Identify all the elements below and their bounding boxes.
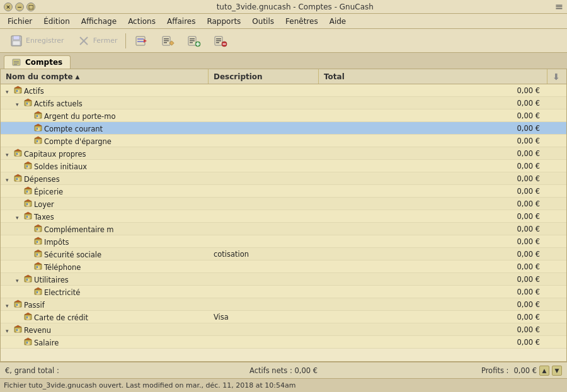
window-menu-icon[interactable]: ≡ — [555, 1, 563, 13]
collapse-icon[interactable]: ▾ — [6, 328, 12, 334]
account-description — [209, 203, 319, 204]
account-icon — [33, 135, 42, 144]
minimize-button[interactable]: − — [15, 3, 24, 11]
table-row[interactable]: ▾ Utilitaires0,00 € — [1, 273, 566, 286]
svg-rect-90 — [37, 266, 38, 268]
menubar: FichierÉditionAffichageActionsAffairesRa… — [0, 14, 567, 29]
close-button[interactable]: × — [4, 3, 13, 11]
svg-marker-92 — [25, 275, 32, 277]
account-description — [209, 216, 319, 217]
collapse-icon[interactable]: ▾ — [16, 215, 22, 221]
maximize-button[interactable]: □ — [26, 3, 35, 11]
statusbar: €, grand total : Actifs nets : 0,00 € Pr… — [0, 362, 567, 378]
row-action — [547, 115, 566, 116]
table-row[interactable]: Complémentaire m0,00 € — [1, 223, 566, 235]
table-row[interactable]: ▾ Passif0,00 € — [1, 298, 566, 311]
open-account-button[interactable] — [129, 31, 154, 50]
menu-item-édition[interactable]: Édition — [38, 16, 75, 27]
close-tab-button[interactable]: Fermer — [71, 31, 123, 50]
row-action — [547, 216, 566, 217]
table-row[interactable]: Téléphone0,00 € — [1, 260, 566, 273]
filter-icon[interactable]: ⬇ — [553, 72, 560, 82]
table-row[interactable]: ▾ Actifs actuels0,00 € — [1, 97, 566, 109]
delete-account-button[interactable] — [208, 31, 233, 50]
scroll-up-btn[interactable]: ▲ — [539, 366, 549, 376]
edit-account-button[interactable] — [155, 31, 180, 50]
svg-rect-58 — [26, 165, 28, 167]
table-row[interactable]: Argent du porte-mo0,00 € — [1, 109, 566, 122]
collapse-icon[interactable]: ▾ — [6, 152, 12, 158]
table-row[interactable]: ▾ Taxes0,00 € — [1, 210, 566, 223]
table-row[interactable]: ▾ Dépenses0,00 € — [1, 172, 566, 185]
menu-item-affaires[interactable]: Affaires — [162, 16, 200, 27]
leaf-icon — [16, 163, 22, 169]
account-name: Impôts — [44, 238, 69, 247]
account-icon — [23, 211, 32, 220]
account-name: Revenu — [24, 326, 51, 335]
table-row[interactable]: Compte d'épargne0,00 € — [1, 135, 566, 147]
menu-item-outils[interactable]: Outils — [247, 16, 279, 27]
svg-marker-52 — [14, 149, 21, 151]
table-row[interactable]: Loyer0,00 € — [1, 198, 566, 210]
svg-rect-62 — [16, 178, 18, 180]
svg-rect-30 — [14, 64, 17, 65]
row-action — [547, 266, 566, 267]
account-description — [209, 329, 319, 330]
account-icon — [23, 186, 32, 194]
collapse-icon[interactable]: ▾ — [16, 101, 22, 108]
account-icon — [33, 286, 42, 295]
svg-rect-23 — [216, 40, 221, 42]
menu-item-aide[interactable]: Aide — [324, 16, 352, 27]
statusbar-profits: Profits : 0,00 € ▲ ▼ — [376, 366, 562, 376]
table-row[interactable]: ▾ Actifs0,00 € — [1, 84, 566, 97]
svg-rect-17 — [190, 42, 193, 43]
collapse-icon[interactable]: ▾ — [6, 89, 12, 95]
close-label: Fermer — [93, 36, 118, 45]
col-header-description[interactable]: Description — [209, 69, 319, 84]
account-icon — [13, 148, 22, 157]
leaf-icon — [26, 138, 32, 144]
account-icon — [23, 98, 32, 106]
menu-item-fichier[interactable]: Fichier — [3, 16, 37, 27]
svg-marker-64 — [25, 187, 32, 189]
tab-comptes[interactable]: Comptes — [4, 55, 71, 69]
menu-item-actions[interactable]: Actions — [123, 16, 161, 27]
collapse-icon[interactable]: ▾ — [6, 177, 12, 183]
collapse-icon[interactable]: ▾ — [16, 277, 22, 284]
menu-item-affichage[interactable]: Affichage — [76, 16, 122, 27]
tabs-area: Comptes — [0, 53, 567, 69]
table-row[interactable]: Impôts0,00 € — [1, 235, 566, 248]
table-row[interactable]: Sécurité socialecotisation0,00 € — [1, 248, 566, 260]
table-row[interactable]: Compte courant0,00 € — [1, 122, 566, 135]
open-account-icon — [134, 34, 148, 48]
table-row[interactable]: ▾ Capitaux propres0,00 € — [1, 147, 566, 160]
collapse-icon[interactable]: ▾ — [6, 303, 12, 309]
account-description — [209, 228, 319, 230]
menu-item-rapports[interactable]: Rapports — [202, 16, 246, 27]
account-name: Compte courant — [44, 125, 103, 133]
account-description — [209, 165, 319, 167]
col-header-total[interactable]: Total — [319, 69, 547, 84]
account-name: Téléphone — [44, 263, 81, 272]
table-row[interactable]: Épicerie0,00 € — [1, 185, 566, 198]
account-description — [209, 291, 319, 293]
table-row[interactable]: Electricité0,00 € — [1, 286, 566, 298]
table-row[interactable]: Salaire0,00 € — [1, 336, 566, 349]
table-row[interactable]: ▾ Revenu0,00 € — [1, 323, 566, 336]
row-action — [547, 241, 566, 242]
scroll-down-btn[interactable]: ▼ — [552, 366, 562, 376]
menu-item-fenêtres[interactable]: Fenêtres — [280, 16, 323, 27]
table-row[interactable]: Soldes initiaux0,00 € — [1, 160, 566, 172]
col-header-name[interactable]: Nom du compte ▲ — [1, 69, 209, 84]
new-account-button[interactable] — [181, 31, 207, 50]
table-row[interactable]: Carte de créditVisa0,00 € — [1, 311, 566, 323]
row-action — [547, 329, 566, 330]
row-action — [547, 128, 566, 129]
account-name: Loyer — [34, 200, 54, 209]
svg-marker-60 — [14, 174, 21, 176]
account-name: Sécurité sociale — [44, 250, 101, 259]
account-total: 0,00 € — [319, 111, 547, 121]
save-button[interactable]: Enregistrer — [4, 31, 70, 50]
account-name: Passif — [24, 301, 45, 310]
svg-marker-40 — [35, 111, 42, 113]
